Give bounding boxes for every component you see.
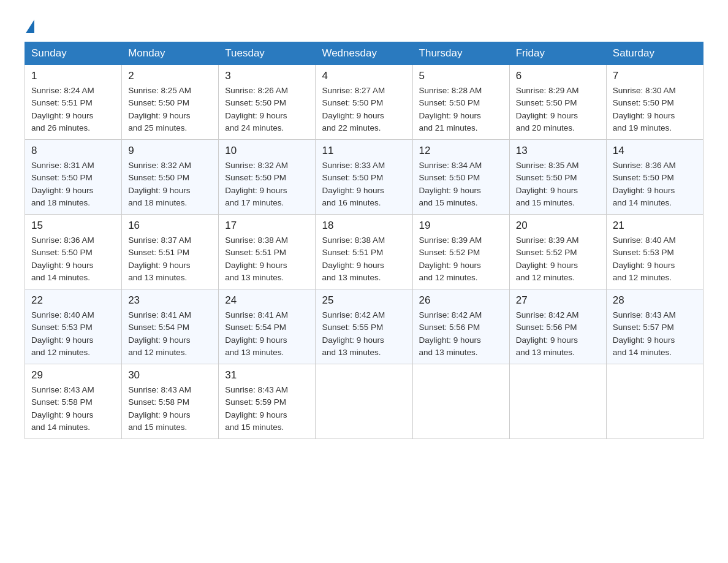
day-number: 24 <box>225 294 309 307</box>
day-cell: 14Sunrise: 8:36 AMSunset: 5:50 PMDayligh… <box>606 140 703 215</box>
day-number: 4 <box>322 70 406 82</box>
day-number: 16 <box>128 220 212 232</box>
col-header-friday: Friday <box>509 42 606 65</box>
day-cell: 24Sunrise: 8:41 AMSunset: 5:54 PMDayligh… <box>219 289 316 364</box>
day-cell: 28Sunrise: 8:43 AMSunset: 5:57 PMDayligh… <box>606 289 703 364</box>
col-header-saturday: Saturday <box>606 42 703 65</box>
col-header-thursday: Thursday <box>412 42 509 65</box>
day-info: Sunrise: 8:35 AMSunset: 5:50 PMDaylight:… <box>516 161 579 207</box>
day-number: 6 <box>516 70 600 82</box>
day-info: Sunrise: 8:42 AMSunset: 5:56 PMDaylight:… <box>516 310 579 357</box>
day-cell: 12Sunrise: 8:34 AMSunset: 5:50 PMDayligh… <box>412 140 509 215</box>
day-info: Sunrise: 8:36 AMSunset: 5:50 PMDaylight:… <box>613 161 676 207</box>
day-info: Sunrise: 8:43 AMSunset: 5:57 PMDaylight:… <box>613 310 676 357</box>
day-number: 3 <box>225 70 309 82</box>
day-info: Sunrise: 8:27 AMSunset: 5:50 PMDaylight:… <box>322 86 385 132</box>
day-number: 25 <box>322 294 406 307</box>
day-cell: 29Sunrise: 8:43 AMSunset: 5:58 PMDayligh… <box>25 364 122 439</box>
day-info: Sunrise: 8:30 AMSunset: 5:50 PMDaylight:… <box>613 86 676 132</box>
day-number: 9 <box>128 145 212 157</box>
day-info: Sunrise: 8:33 AMSunset: 5:50 PMDaylight:… <box>322 161 385 207</box>
day-info: Sunrise: 8:40 AMSunset: 5:53 PMDaylight:… <box>613 236 676 282</box>
day-number: 17 <box>225 220 309 232</box>
week-row-3: 15Sunrise: 8:36 AMSunset: 5:50 PMDayligh… <box>25 215 703 289</box>
day-info: Sunrise: 8:39 AMSunset: 5:52 PMDaylight:… <box>516 236 579 282</box>
day-info: Sunrise: 8:38 AMSunset: 5:51 PMDaylight:… <box>225 236 288 282</box>
day-cell: 21Sunrise: 8:40 AMSunset: 5:53 PMDayligh… <box>606 215 703 289</box>
day-cell: 30Sunrise: 8:43 AMSunset: 5:58 PMDayligh… <box>122 364 219 439</box>
day-number: 28 <box>613 294 697 307</box>
day-info: Sunrise: 8:43 AMSunset: 5:58 PMDaylight:… <box>128 385 191 432</box>
day-number: 15 <box>31 220 115 232</box>
day-number: 19 <box>419 220 503 232</box>
day-number: 20 <box>516 220 600 232</box>
day-number: 14 <box>613 145 697 157</box>
day-info: Sunrise: 8:38 AMSunset: 5:51 PMDaylight:… <box>322 236 385 282</box>
week-row-2: 8Sunrise: 8:31 AMSunset: 5:50 PMDaylight… <box>25 140 703 215</box>
day-info: Sunrise: 8:41 AMSunset: 5:54 PMDaylight:… <box>128 310 191 357</box>
day-number: 26 <box>419 294 503 307</box>
day-info: Sunrise: 8:34 AMSunset: 5:50 PMDaylight:… <box>419 161 482 207</box>
logo <box>25 18 36 32</box>
header <box>25 18 703 32</box>
calendar-table: SundayMondayTuesdayWednesdayThursdayFrid… <box>25 42 703 439</box>
day-cell: 20Sunrise: 8:39 AMSunset: 5:52 PMDayligh… <box>509 215 606 289</box>
day-cell: 5Sunrise: 8:28 AMSunset: 5:50 PMDaylight… <box>412 65 509 140</box>
logo-triangle-icon <box>26 20 34 33</box>
day-number: 12 <box>419 145 503 157</box>
day-number: 21 <box>613 220 697 232</box>
col-header-tuesday: Tuesday <box>219 42 316 65</box>
day-cell: 27Sunrise: 8:42 AMSunset: 5:56 PMDayligh… <box>509 289 606 364</box>
col-header-sunday: Sunday <box>25 42 122 65</box>
week-row-5: 29Sunrise: 8:43 AMSunset: 5:58 PMDayligh… <box>25 364 703 439</box>
day-info: Sunrise: 8:37 AMSunset: 5:51 PMDaylight:… <box>128 236 191 282</box>
day-info: Sunrise: 8:36 AMSunset: 5:50 PMDaylight:… <box>31 236 94 282</box>
day-cell: 22Sunrise: 8:40 AMSunset: 5:53 PMDayligh… <box>25 289 122 364</box>
day-info: Sunrise: 8:43 AMSunset: 5:58 PMDaylight:… <box>31 385 94 432</box>
day-info: Sunrise: 8:40 AMSunset: 5:53 PMDaylight:… <box>31 310 94 357</box>
day-number: 2 <box>128 70 212 82</box>
day-info: Sunrise: 8:43 AMSunset: 5:59 PMDaylight:… <box>225 385 288 432</box>
day-cell: 13Sunrise: 8:35 AMSunset: 5:50 PMDayligh… <box>509 140 606 215</box>
day-number: 30 <box>128 369 212 381</box>
day-number: 31 <box>225 369 309 381</box>
day-info: Sunrise: 8:25 AMSunset: 5:50 PMDaylight:… <box>128 86 191 132</box>
day-number: 10 <box>225 145 309 157</box>
day-info: Sunrise: 8:26 AMSunset: 5:50 PMDaylight:… <box>225 86 288 132</box>
day-number: 7 <box>613 70 697 82</box>
col-header-monday: Monday <box>122 42 219 65</box>
day-info: Sunrise: 8:39 AMSunset: 5:52 PMDaylight:… <box>419 236 482 282</box>
day-number: 5 <box>419 70 503 82</box>
day-number: 18 <box>322 220 406 232</box>
header-row: SundayMondayTuesdayWednesdayThursdayFrid… <box>25 42 703 65</box>
day-cell: 8Sunrise: 8:31 AMSunset: 5:50 PMDaylight… <box>25 140 122 215</box>
day-cell: 6Sunrise: 8:29 AMSunset: 5:50 PMDaylight… <box>509 65 606 140</box>
day-cell: 2Sunrise: 8:25 AMSunset: 5:50 PMDaylight… <box>122 65 219 140</box>
day-cell: 16Sunrise: 8:37 AMSunset: 5:51 PMDayligh… <box>122 215 219 289</box>
day-cell: 3Sunrise: 8:26 AMSunset: 5:50 PMDaylight… <box>219 65 316 140</box>
day-info: Sunrise: 8:24 AMSunset: 5:51 PMDaylight:… <box>31 86 94 132</box>
day-info: Sunrise: 8:29 AMSunset: 5:50 PMDaylight:… <box>516 86 579 132</box>
day-cell: 10Sunrise: 8:32 AMSunset: 5:50 PMDayligh… <box>219 140 316 215</box>
day-number: 27 <box>516 294 600 307</box>
day-cell: 7Sunrise: 8:30 AMSunset: 5:50 PMDaylight… <box>606 65 703 140</box>
day-info: Sunrise: 8:32 AMSunset: 5:50 PMDaylight:… <box>225 161 288 207</box>
day-cell: 17Sunrise: 8:38 AMSunset: 5:51 PMDayligh… <box>219 215 316 289</box>
day-cell <box>316 364 412 439</box>
day-number: 23 <box>128 294 212 307</box>
day-info: Sunrise: 8:42 AMSunset: 5:55 PMDaylight:… <box>322 310 385 357</box>
day-number: 29 <box>31 369 115 381</box>
day-cell: 25Sunrise: 8:42 AMSunset: 5:55 PMDayligh… <box>316 289 412 364</box>
day-info: Sunrise: 8:42 AMSunset: 5:56 PMDaylight:… <box>419 310 482 357</box>
day-info: Sunrise: 8:41 AMSunset: 5:54 PMDaylight:… <box>225 310 288 357</box>
day-cell: 19Sunrise: 8:39 AMSunset: 5:52 PMDayligh… <box>412 215 509 289</box>
day-cell: 1Sunrise: 8:24 AMSunset: 5:51 PMDaylight… <box>25 65 122 140</box>
day-info: Sunrise: 8:31 AMSunset: 5:50 PMDaylight:… <box>31 161 94 207</box>
week-row-4: 22Sunrise: 8:40 AMSunset: 5:53 PMDayligh… <box>25 289 703 364</box>
day-cell: 15Sunrise: 8:36 AMSunset: 5:50 PMDayligh… <box>25 215 122 289</box>
day-cell <box>509 364 606 439</box>
day-cell: 4Sunrise: 8:27 AMSunset: 5:50 PMDaylight… <box>316 65 412 140</box>
day-cell: 9Sunrise: 8:32 AMSunset: 5:50 PMDaylight… <box>122 140 219 215</box>
day-cell <box>412 364 509 439</box>
day-cell: 23Sunrise: 8:41 AMSunset: 5:54 PMDayligh… <box>122 289 219 364</box>
